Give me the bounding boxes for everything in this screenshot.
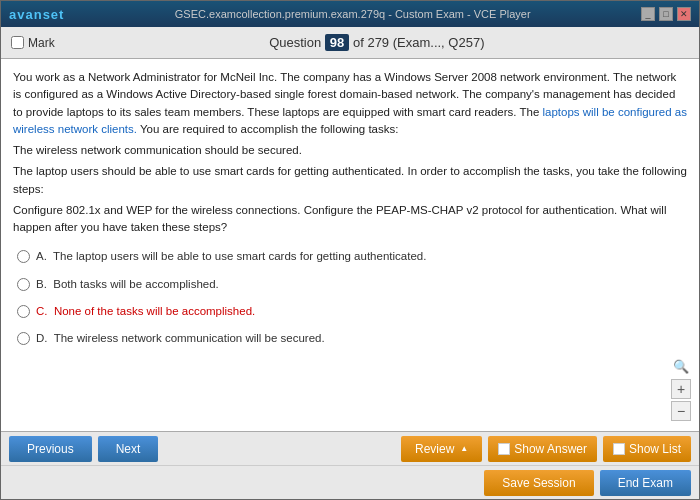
question-paragraph-4: Configure 802.1x and WEP for the wireles… <box>13 202 687 237</box>
question-total: of 279 (Exam..., Q257) <box>353 35 485 50</box>
title-bar: avanavansetset GSEC.examcollection.premi… <box>1 1 699 27</box>
main-window: avanavansetset GSEC.examcollection.premi… <box>0 0 700 500</box>
review-button[interactable]: Review ▲ <box>401 436 482 462</box>
end-exam-button[interactable]: End Exam <box>600 470 691 496</box>
option-a: A. The laptop users will be able to use … <box>13 246 687 267</box>
question-paragraph-1: You work as a Network Administrator for … <box>13 69 687 138</box>
show-list-label: Show List <box>629 442 681 456</box>
option-b-label[interactable]: B. Both tasks will be accomplished. <box>36 276 219 293</box>
review-label: Review <box>415 442 454 456</box>
option-b: B. Both tasks will be accomplished. <box>13 274 687 295</box>
minimize-button[interactable]: _ <box>641 7 655 21</box>
app-logo: avanavansetset <box>9 7 64 22</box>
question-number: 98 <box>325 34 349 51</box>
option-d-label[interactable]: D. The wireless network communication wi… <box>36 330 325 347</box>
close-button[interactable]: ✕ <box>677 7 691 21</box>
bottom-bar-session: Save Session End Exam <box>1 465 699 499</box>
radio-c[interactable] <box>17 305 30 318</box>
previous-button[interactable]: Previous <box>9 436 92 462</box>
save-session-button[interactable]: Save Session <box>484 470 593 496</box>
window-title: GSEC.examcollection.premium.exam.279q - … <box>64 8 641 20</box>
option-c: C. None of the tasks will be accomplishe… <box>13 301 687 322</box>
option-d: D. The wireless network communication wi… <box>13 328 687 349</box>
show-list-checkbox-icon <box>613 443 625 455</box>
show-list-button[interactable]: Show List <box>603 436 691 462</box>
title-bar-left: avanavansetset <box>9 7 64 22</box>
option-c-label[interactable]: C. None of the tasks will be accomplishe… <box>36 303 255 320</box>
mark-label: Mark <box>28 36 55 50</box>
mark-container: Mark <box>11 36 55 50</box>
radio-d[interactable] <box>17 332 30 345</box>
next-button[interactable]: Next <box>98 436 159 462</box>
radio-a[interactable] <box>17 250 30 263</box>
zoom-controls: 🔍 + − <box>671 357 691 421</box>
review-arrow-icon: ▲ <box>460 444 468 453</box>
zoom-in-button[interactable]: + <box>671 379 691 399</box>
question-label: Question <box>269 35 321 50</box>
question-paragraph-2: The wireless network communication shoul… <box>13 142 687 159</box>
zoom-out-button[interactable]: − <box>671 401 691 421</box>
window-controls: _ □ ✕ <box>641 7 691 21</box>
question-info: Question 98 of 279 (Exam..., Q257) <box>65 35 689 50</box>
search-icon: 🔍 <box>671 357 691 377</box>
question-paragraph-3: The laptop users should be able to use s… <box>13 163 687 198</box>
content-area: You work as a Network Administrator for … <box>1 59 699 431</box>
question-text: You work as a Network Administrator for … <box>13 69 687 236</box>
bottom-bar-navigation: Previous Next Review ▲ Show Answer Show … <box>1 431 699 465</box>
radio-b[interactable] <box>17 278 30 291</box>
show-answer-label: Show Answer <box>514 442 587 456</box>
show-answer-button[interactable]: Show Answer <box>488 436 597 462</box>
show-answer-checkbox-icon <box>498 443 510 455</box>
maximize-button[interactable]: □ <box>659 7 673 21</box>
option-a-label[interactable]: A. The laptop users will be able to use … <box>36 248 426 265</box>
toolbar: Mark Question 98 of 279 (Exam..., Q257) <box>1 27 699 59</box>
mark-checkbox[interactable] <box>11 36 24 49</box>
